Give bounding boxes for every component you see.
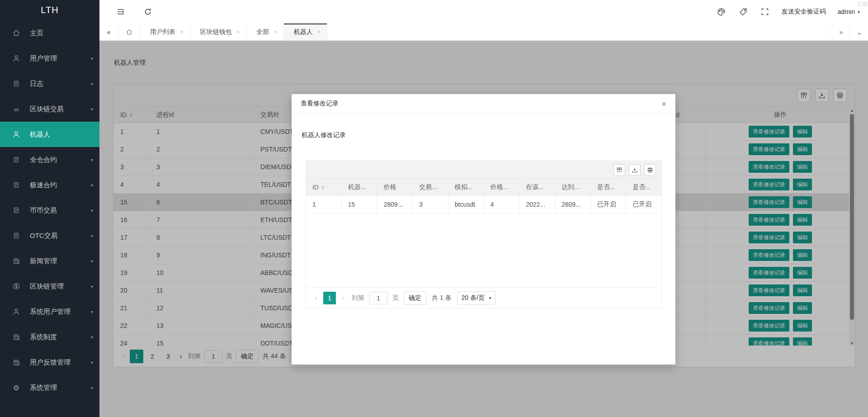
export-icon[interactable] — [629, 164, 641, 176]
records-pagination: ‹ 1 › 到第 页 确定 共 1 条 20 条/页 ▾ — [306, 287, 661, 308]
close-icon[interactable]: × — [180, 28, 184, 35]
file-icon — [12, 155, 21, 164]
tag-icon[interactable] — [738, 7, 748, 17]
sidebar-item-label: 新闻管理 — [30, 257, 57, 265]
sidebar-item[interactable]: 机器人 ▾ — [0, 122, 99, 147]
file-icon — [12, 79, 21, 88]
user-icon — [12, 130, 21, 139]
home-icon — [126, 28, 133, 36]
records-col: 在该... — [519, 179, 555, 195]
page-input[interactable] — [369, 292, 387, 304]
sidebar-item-label: OTC交易 — [30, 232, 58, 240]
news-icon — [12, 256, 21, 265]
sidebar-item-label: 区块链管理 — [30, 282, 64, 291]
theme-palette-icon[interactable] — [717, 7, 726, 17]
file-icon — [12, 206, 21, 215]
view-records-modal: 查看修改记录 × 机器人修改记录 ID▲▼ 机器... 价格 交易... — [292, 94, 675, 365]
sidebar: LTH 主页 ▾ 用户管理 ▾ 日志 ▾ ∞ 区块链交易 ▾ 机器人 ▾ — [0, 0, 99, 417]
chevron-down-icon: ▾ — [91, 259, 93, 264]
tab[interactable]: 全部 × — [246, 24, 284, 40]
sidebar-item[interactable]: ∞ 区块链交易 ▾ — [0, 96, 99, 122]
news-icon — [12, 358, 21, 367]
records-cell: 1 — [306, 195, 342, 213]
sidebar-item[interactable]: OTC交易 ▾ — [0, 223, 99, 248]
sidebar-item[interactable]: ⚙ 系统管理 ▾ — [0, 375, 99, 400]
top-header: 发送安全验证码 admin ▾ — [99, 0, 868, 24]
records-col: 价格 — [377, 179, 413, 195]
records-cell: 已开启 — [626, 195, 661, 213]
confirm-page-button[interactable]: 确定 — [404, 291, 426, 305]
sidebar-toggle-icon[interactable] — [116, 7, 126, 17]
page-number[interactable]: 1 — [323, 292, 336, 304]
tab[interactable]: 机器人 × — [284, 24, 328, 40]
tabs-scroll-left-button[interactable]: « — [99, 24, 118, 40]
records-col: 达到... — [555, 179, 591, 195]
link-icon: ∞ — [12, 104, 21, 114]
sidebar-item-label: 日志 — [30, 80, 43, 88]
sidebar-item[interactable]: 区块链管理 ▾ — [0, 274, 99, 299]
user-icon — [12, 54, 21, 63]
username: admin — [838, 8, 855, 15]
fullscreen-icon[interactable] — [760, 7, 770, 17]
sidebar-item-label: 极速合约 — [30, 181, 57, 190]
sidebar-item[interactable]: 新闻管理 ▾ — [0, 248, 99, 274]
sidebar-item-label: 机器人 — [30, 130, 50, 139]
tab[interactable]: 用户列表 × — [140, 24, 190, 40]
file-icon — [12, 231, 21, 240]
records-cell: 15 — [342, 195, 377, 213]
print-icon[interactable] — [644, 164, 656, 176]
send-security-code-button[interactable]: 发送安全验证码 — [782, 8, 826, 16]
gear-icon: ⚙ — [12, 383, 21, 392]
tabs-scroll-right-button[interactable]: » — [832, 24, 850, 40]
chevron-down-icon: ▾ — [91, 81, 93, 86]
sidebar-item[interactable]: 主页 ▾ — [0, 20, 99, 46]
records-header-row: ID▲▼ 机器... 价格 交易... 模拟... 价格... 在该... 达到… — [306, 179, 661, 195]
sidebar-item[interactable]: 币币交易 ▾ — [0, 198, 99, 223]
tab-label: 机器人 — [294, 28, 313, 36]
tabs-menu-button[interactable]: ⌄ — [850, 24, 868, 40]
close-icon[interactable]: × — [317, 28, 321, 35]
close-icon[interactable]: × — [661, 100, 666, 108]
watermark: 正版 — [857, 0, 868, 8]
filter-columns-icon[interactable] — [613, 164, 625, 176]
sidebar-item[interactable]: 全仓合约 ▾ — [0, 147, 99, 172]
records-col: 价格... — [484, 179, 520, 195]
sidebar-item[interactable]: 用户管理 ▾ — [0, 46, 99, 71]
prev-page-icon[interactable]: ‹ — [312, 294, 320, 302]
chevron-down-icon: ▾ — [91, 360, 93, 365]
chevron-down-icon: ▾ — [91, 56, 93, 61]
sidebar-item[interactable]: 系统用户管理 ▾ — [0, 299, 99, 324]
user-menu[interactable]: admin ▾ — [838, 8, 860, 15]
refresh-icon[interactable] — [143, 7, 153, 17]
tab-label: 区块链钱包 — [200, 28, 232, 36]
records-table-card: ID▲▼ 机器... 价格 交易... 模拟... 价格... 在该... 达到… — [306, 161, 662, 308]
app-logo: LTH — [0, 0, 99, 20]
tab[interactable]: 区块链钱包 × — [190, 24, 247, 40]
records-cell: 2809... — [377, 195, 413, 213]
content-area: 机器人管理 ID▲▼ 进程id 交易对 d 操作 1 1 CMY/ — [99, 41, 868, 417]
sidebar-item[interactable]: 系统制度 ▾ — [0, 324, 99, 350]
sidebar-item-label: 用户反馈管理 — [30, 358, 71, 367]
sidebar-menu: 主页 ▾ 用户管理 ▾ 日志 ▾ ∞ 区块链交易 ▾ 机器人 ▾ 全仓合约 — [0, 20, 99, 400]
records-row[interactable]: 1 15 2809... 3 btcusdt 4 2022... 2809...… — [306, 195, 661, 214]
chevron-down-icon: ▾ — [91, 107, 93, 112]
page-size-select[interactable]: 20 条/页 ▾ — [457, 291, 496, 305]
chevron-down-icon: ▾ — [91, 284, 93, 289]
sidebar-item[interactable]: 日志 ▾ — [0, 71, 99, 96]
chevron-down-icon: ▾ — [91, 208, 93, 213]
sidebar-item[interactable]: 用户反馈管理 ▾ — [0, 350, 99, 375]
records-col: 是否... — [591, 179, 627, 195]
records-cell: 已开启 — [591, 195, 627, 213]
records-cell: btcusdt — [448, 195, 484, 213]
chevron-down-icon: ⌄ — [857, 28, 862, 36]
close-icon[interactable]: × — [274, 28, 277, 35]
sidebar-item[interactable]: 极速合约 ▾ — [0, 172, 99, 198]
records-cell: 2809... — [555, 195, 591, 213]
next-page-icon[interactable]: › — [340, 294, 347, 302]
chevron-down-icon: ▾ — [91, 309, 93, 314]
sort-icon[interactable]: ▲▼ — [321, 185, 325, 190]
home-tab[interactable] — [118, 24, 140, 40]
close-icon[interactable]: × — [236, 28, 240, 35]
chevron-down-icon: ▾ — [91, 335, 93, 340]
sidebar-item-label: 系统管理 — [30, 384, 57, 392]
